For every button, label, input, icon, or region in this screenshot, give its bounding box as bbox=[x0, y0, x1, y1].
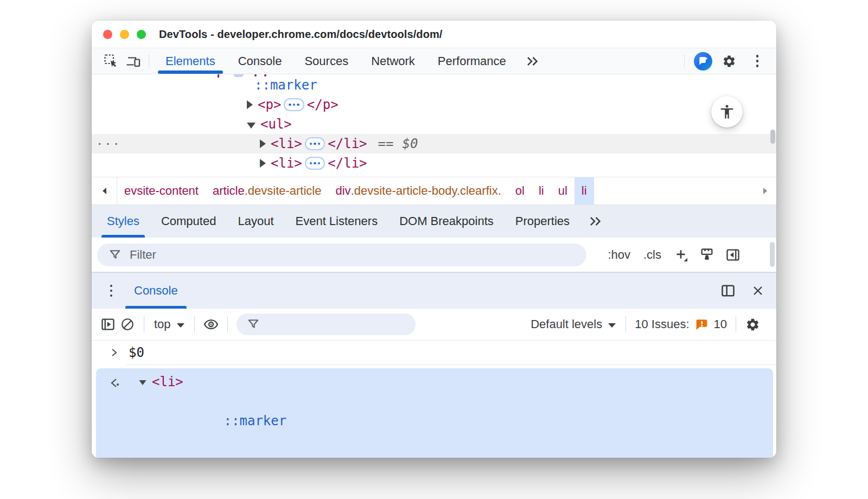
elements-scrollbar-thumb[interactable] bbox=[770, 130, 775, 144]
breadcrumb-scroll-right-button[interactable] bbox=[755, 177, 776, 204]
tab-elements[interactable]: Elements bbox=[154, 48, 227, 74]
styles-filter-field[interactable] bbox=[97, 244, 586, 266]
close-window-button[interactable] bbox=[103, 30, 112, 39]
console-toolbar: top Default levels 10 Issues: bbox=[92, 309, 776, 341]
javascript-context-dropdown[interactable]: top bbox=[151, 317, 188, 331]
ai-assistance-icon[interactable] bbox=[694, 52, 712, 71]
collapse-arrow-icon[interactable] bbox=[139, 380, 146, 385]
ellipsis-expand-icon[interactable] bbox=[305, 157, 326, 170]
issue-warning-badge-icon bbox=[695, 318, 709, 331]
zoom-window-button[interactable] bbox=[137, 30, 146, 39]
show-console-sidebar-icon[interactable] bbox=[98, 315, 118, 334]
styles-filter-input[interactable] bbox=[129, 247, 287, 263]
breadcrumb-item[interactable]: li bbox=[532, 177, 551, 204]
toggle-element-classes-button[interactable]: .cls bbox=[640, 248, 665, 262]
console-command-text: $0 bbox=[129, 345, 144, 360]
tab-sources[interactable]: Sources bbox=[293, 48, 360, 74]
issues-counter[interactable]: 10 Issues: 10 bbox=[633, 317, 729, 331]
console-command-row[interactable]: $0 bbox=[92, 341, 776, 364]
tree-row-p[interactable]: <p></p> bbox=[92, 95, 776, 114]
styles-scrollbar-thumb[interactable] bbox=[770, 242, 775, 267]
filter-funnel-icon bbox=[109, 249, 121, 261]
collapse-arrow-icon[interactable] bbox=[247, 123, 256, 129]
chevron-down-icon bbox=[177, 323, 184, 328]
console-output: $0 <li> ::marker "The Left Hand of Darkn… bbox=[92, 341, 776, 458]
breadcrumb-item[interactable]: article.devsite-article bbox=[206, 177, 329, 204]
breadcrumb-item[interactable]: div.devsite-article-body.clearfix. bbox=[329, 177, 508, 204]
result-line-marker-pseudo[interactable]: ::marker bbox=[96, 392, 773, 450]
new-style-rule-plus-icon[interactable] bbox=[671, 245, 691, 265]
expand-arrow-icon[interactable] bbox=[260, 159, 266, 168]
close-drawer-icon[interactable] bbox=[751, 284, 764, 297]
toolbar-divider bbox=[684, 54, 685, 68]
drawer-menu-kebab-icon[interactable] bbox=[104, 285, 119, 297]
traffic-lights bbox=[92, 30, 146, 39]
clear-console-icon[interactable] bbox=[118, 315, 137, 334]
breadcrumb-item[interactable]: evsite-content bbox=[117, 177, 206, 204]
tree-row-li-selected[interactable]: ... <li></li>==$0 bbox=[92, 134, 776, 153]
tree-row-marker-pseudo[interactable]: ::marker bbox=[92, 75, 776, 95]
drawer-header: Console bbox=[92, 272, 776, 309]
main-toolbar: Elements Console Sources Network Perform… bbox=[92, 48, 776, 74]
ellipsis-expand-icon[interactable] bbox=[305, 137, 326, 150]
elements-dom-tree: ::marker <p></p> <ul> ... <li></li>==$0 … bbox=[92, 74, 776, 177]
tab-layout[interactable]: Layout bbox=[227, 205, 284, 238]
console-result-block[interactable]: <li> ::marker "The Left Hand of Darkness… bbox=[96, 368, 773, 458]
tab-console[interactable]: Console bbox=[227, 48, 293, 74]
result-line-li-open[interactable]: <li> bbox=[96, 372, 773, 392]
more-sidebar-tabs-icon[interactable] bbox=[580, 205, 610, 238]
create-live-expression-eye-icon[interactable] bbox=[201, 315, 221, 334]
result-line-text-node[interactable]: "The Left Hand of Darkness" bbox=[96, 450, 773, 458]
toolbar-divider bbox=[227, 316, 228, 332]
row-overflow-dots[interactable]: ... bbox=[96, 134, 121, 148]
device-toolbar-icon[interactable] bbox=[122, 51, 145, 72]
breadcrumb: evsite-content article.devsite-article d… bbox=[92, 177, 776, 204]
toolbar-divider bbox=[194, 316, 195, 332]
toolbar-right-actions bbox=[680, 51, 769, 72]
sidebar-tab-bar: Styles Computed Layout Event Listeners D… bbox=[92, 204, 776, 238]
toolbar-divider bbox=[736, 316, 736, 332]
console-filter-field[interactable] bbox=[237, 314, 416, 335]
tree-row-ul[interactable]: <ul> bbox=[92, 114, 776, 134]
toolbar-divider bbox=[626, 316, 626, 332]
styles-toolbar-actions: :hov .cls bbox=[604, 245, 771, 265]
rendering-emulation-brush-icon[interactable] bbox=[697, 245, 717, 265]
accessibility-overlay-button[interactable] bbox=[711, 96, 743, 127]
expand-arrow-icon[interactable] bbox=[247, 100, 253, 109]
dollar-zero-reference: $0 bbox=[402, 136, 418, 151]
tab-computed[interactable]: Computed bbox=[150, 205, 227, 238]
tree-row-li[interactable]: <li></li> bbox=[92, 153, 776, 173]
breadcrumb-scroll-left-button[interactable] bbox=[92, 177, 117, 204]
toggle-hover-state-button[interactable]: :hov bbox=[604, 248, 634, 262]
show-sidebar-panel-icon[interactable] bbox=[723, 245, 743, 265]
console-filter-input[interactable] bbox=[266, 317, 393, 332]
console-row-divider bbox=[125, 364, 776, 365]
ellipsis-expand-icon[interactable] bbox=[284, 98, 304, 111]
filter-funnel-icon bbox=[247, 318, 259, 330]
devtools-window: DevTools - developer.chrome.com/docs/dev… bbox=[92, 21, 776, 458]
breadcrumb-item-selected[interactable]: li bbox=[575, 177, 594, 204]
breadcrumb-item[interactable]: ul bbox=[551, 177, 575, 204]
tab-properties[interactable]: Properties bbox=[505, 205, 580, 238]
expand-arrow-icon[interactable] bbox=[260, 139, 266, 148]
breadcrumb-item[interactable]: ol bbox=[508, 177, 532, 204]
chevron-down-icon bbox=[608, 323, 616, 328]
console-settings-gear-icon[interactable] bbox=[743, 315, 762, 334]
split-panel-icon[interactable] bbox=[720, 283, 736, 298]
window-title: DevTools - developer.chrome.com/docs/dev… bbox=[159, 28, 443, 41]
toolbar-divider bbox=[144, 316, 144, 332]
panel-tabs: Elements Console Sources Network Perform… bbox=[154, 48, 518, 74]
more-options-kebab-icon[interactable] bbox=[746, 51, 769, 72]
page: { "colors": { "accent_blue": "#1a66d0", … bbox=[0, 0, 868, 499]
settings-gear-icon[interactable] bbox=[718, 51, 741, 72]
minimize-window-button[interactable] bbox=[120, 30, 129, 39]
inspect-element-icon[interactable] bbox=[99, 51, 122, 72]
tab-dom-breakpoints[interactable]: DOM Breakpoints bbox=[388, 205, 505, 238]
drawer-tab-console[interactable]: Console bbox=[134, 273, 178, 309]
more-panels-icon[interactable] bbox=[518, 55, 547, 67]
tab-event-listeners[interactable]: Event Listeners bbox=[285, 205, 389, 238]
tab-network[interactable]: Network bbox=[360, 48, 426, 74]
tab-performance[interactable]: Performance bbox=[426, 48, 518, 74]
log-levels-dropdown[interactable]: Default levels bbox=[527, 317, 619, 331]
tab-styles[interactable]: Styles bbox=[96, 205, 150, 238]
